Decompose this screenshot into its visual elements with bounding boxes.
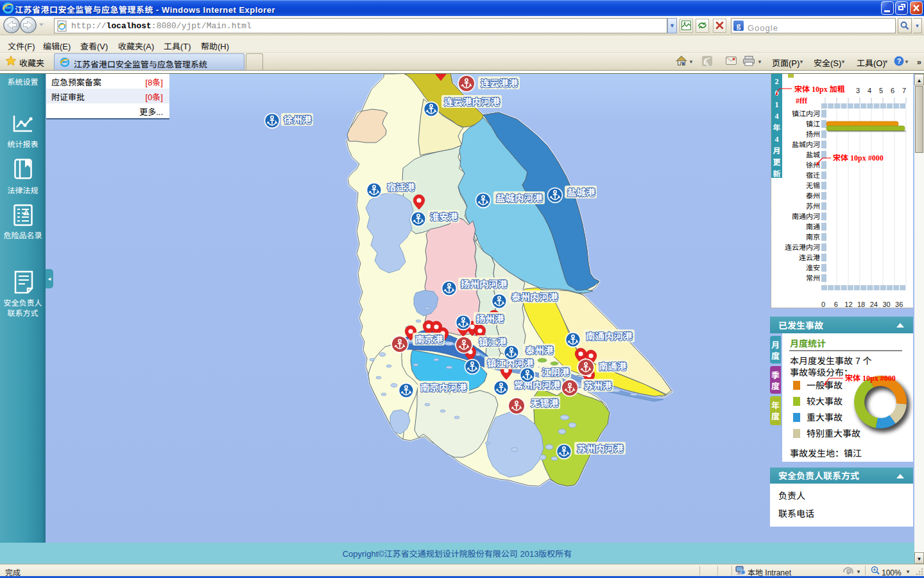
svg-text:宿迁: 宿迁 — [806, 170, 820, 180]
svg-text:宋体 10px #000: 宋体 10px #000 — [845, 372, 896, 383]
svg-text:1: 1 — [775, 98, 779, 109]
svg-text:泰州内河港: 泰州内河港 — [511, 290, 558, 303]
svg-text:扬州: 扬州 — [806, 128, 820, 139]
svg-text:2: 2 — [775, 75, 779, 86]
svg-text:徐州港: 徐州港 — [284, 112, 312, 126]
svg-text:36: 36 — [895, 301, 903, 307]
svg-text:无锡: 无锡 — [806, 180, 820, 190]
svg-text:较大事故: 较大事故 — [807, 394, 843, 407]
svg-text:泰州港: 泰州港 — [526, 343, 554, 356]
svg-text:盐城: 盐城 — [806, 149, 820, 159]
svg-text:5: 5 — [879, 87, 883, 94]
svg-text:6: 6 — [834, 301, 838, 307]
svg-text:南通内河: 南通内河 — [792, 211, 820, 221]
svg-text:镇江内河: 镇江内河 — [792, 108, 820, 118]
svg-text:南通内河港: 南通内河港 — [586, 329, 633, 342]
svg-text:#fff: #fff — [796, 94, 808, 105]
svg-text:连云港内河: 连云港内河 — [785, 241, 820, 252]
svg-text:盐城内河: 盐城内河 — [792, 139, 820, 149]
svg-text:镇江港: 镇江港 — [479, 335, 507, 348]
svg-text:3: 3 — [856, 87, 860, 94]
svg-text:连云港内河港: 连云港内河港 — [444, 94, 500, 108]
svg-text:苏州港: 苏州港 — [584, 378, 612, 392]
svg-text:泰州: 泰州 — [806, 190, 820, 200]
svg-text:扬州内河港: 扬州内河港 — [461, 277, 508, 290]
svg-text:!: ! — [26, 211, 27, 215]
svg-text:4: 4 — [775, 133, 779, 144]
svg-text:南京港: 南京港 — [415, 332, 443, 346]
svg-text:南京内河港: 南京内河港 — [420, 380, 467, 394]
svg-text:南通港: 南通港 — [599, 359, 627, 372]
svg-text:南通: 南通 — [806, 221, 820, 231]
svg-text:盐城内河港: 盐城内河港 — [496, 191, 543, 204]
svg-text:苏州内河港: 苏州内河港 — [577, 441, 624, 455]
svg-text:连云港: 连云港 — [799, 252, 820, 262]
svg-text:重大事故: 重大事故 — [807, 410, 843, 423]
svg-text:连云港港: 连云港港 — [481, 76, 518, 89]
svg-text:常州: 常州 — [806, 272, 820, 283]
svg-text:常州内河港: 常州内河港 — [514, 378, 561, 391]
svg-text:镇江: 镇江 — [806, 118, 820, 128]
svg-text:宋体 10px #000: 宋体 10px #000 — [833, 152, 884, 162]
svg-text:淮安: 淮安 — [806, 262, 820, 272]
svg-text:12: 12 — [844, 301, 852, 307]
svg-text:0: 0 — [821, 301, 825, 307]
svg-text:18: 18 — [857, 301, 865, 307]
svg-text:宿迁港: 宿迁港 — [387, 180, 415, 193]
svg-text:?: ? — [897, 57, 902, 65]
svg-text:6: 6 — [891, 87, 894, 94]
svg-text:年: 年 — [773, 121, 780, 132]
svg-text:苏州: 苏州 — [806, 200, 820, 211]
svg-text:盐城港: 盐城港 — [567, 185, 595, 198]
svg-text:淮安港: 淮安港 — [430, 209, 458, 223]
svg-text:宋体 10px 加粗: 宋体 10px 加粗 — [794, 83, 845, 94]
svg-text:更: 更 — [773, 156, 780, 167]
svg-text:南京: 南京 — [806, 231, 820, 241]
svg-text:特别重大事故: 特别重大事故 — [807, 426, 860, 439]
svg-text:7: 7 — [902, 87, 906, 94]
svg-text:4: 4 — [868, 87, 871, 94]
svg-text:4: 4 — [775, 110, 779, 121]
svg-text:无锡港: 无锡港 — [531, 396, 559, 409]
svg-text:24: 24 — [870, 301, 878, 307]
svg-text:江阴港: 江阴港 — [542, 365, 570, 378]
svg-text:30: 30 — [882, 301, 890, 307]
svg-text:新: 新 — [773, 168, 780, 179]
svg-text:月: 月 — [773, 144, 780, 155]
svg-text:扬州港: 扬州港 — [476, 311, 504, 325]
